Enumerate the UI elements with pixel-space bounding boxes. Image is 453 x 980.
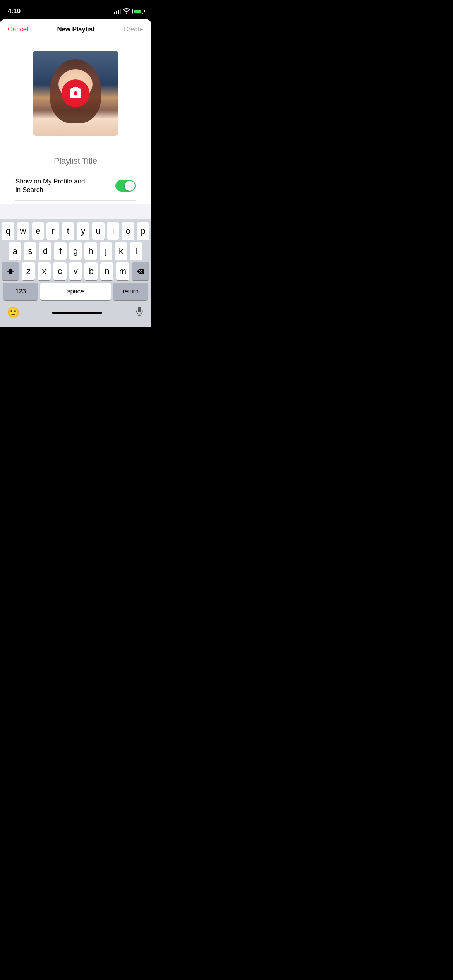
- key-u[interactable]: u: [92, 222, 105, 240]
- keyboard-row-3: z x c v b n m: [0, 262, 151, 280]
- cancel-button[interactable]: Cancel: [8, 26, 28, 33]
- status-bar: 4:10: [0, 0, 151, 19]
- key-c[interactable]: c: [53, 262, 67, 280]
- status-time: 4:10: [8, 7, 21, 15]
- page-title: New Playlist: [57, 26, 95, 33]
- key-o[interactable]: o: [122, 222, 134, 240]
- key-t[interactable]: t: [62, 222, 74, 240]
- shift-key[interactable]: [2, 262, 19, 280]
- shift-icon: [7, 267, 14, 275]
- keyboard-row-2: a s d f g h j k l: [0, 242, 151, 260]
- key-d[interactable]: d: [39, 242, 51, 260]
- key-l[interactable]: l: [130, 242, 142, 260]
- key-p[interactable]: p: [137, 222, 149, 240]
- toggle-label: Show on My Profile andin Search: [15, 177, 85, 194]
- microphone-button[interactable]: [135, 306, 144, 319]
- content-body: Show on My Profile andin Search: [8, 151, 143, 201]
- battery-icon: [132, 9, 143, 14]
- key-q[interactable]: q: [2, 222, 14, 240]
- key-y[interactable]: y: [77, 222, 89, 240]
- profile-search-toggle-row: Show on My Profile andin Search: [15, 171, 136, 201]
- title-input-wrapper[interactable]: [15, 151, 136, 171]
- signal-bars-icon: [114, 9, 121, 14]
- camera-button[interactable]: [62, 79, 89, 107]
- key-a[interactable]: a: [9, 242, 21, 260]
- navigation-bar: Cancel New Playlist Create: [0, 19, 151, 39]
- status-icons: [114, 8, 143, 15]
- key-h[interactable]: h: [84, 242, 97, 260]
- svg-rect-0: [138, 307, 141, 312]
- keyboard: q w e r t y u i o p a s d f g h j k l: [0, 219, 151, 327]
- text-cursor: [76, 156, 76, 166]
- key-r[interactable]: r: [46, 222, 59, 240]
- emoji-button[interactable]: 🙂: [7, 307, 19, 319]
- home-indicator: [52, 312, 102, 314]
- camera-icon: [69, 86, 82, 100]
- key-f[interactable]: f: [54, 242, 67, 260]
- key-w[interactable]: w: [17, 222, 29, 240]
- key-z[interactable]: z: [22, 262, 35, 280]
- content-area: Show on My Profile andin Search: [0, 39, 151, 204]
- space-key[interactable]: space: [40, 283, 111, 300]
- key-s[interactable]: s: [24, 242, 36, 260]
- return-key[interactable]: return: [113, 283, 148, 300]
- keyboard-row-1: q w e r t y u i o p: [0, 222, 151, 240]
- keyboard-row-bottom: 123 space return: [0, 283, 151, 300]
- delete-key[interactable]: [132, 262, 149, 280]
- playlist-image-wrapper[interactable]: [33, 51, 118, 136]
- numbers-key[interactable]: 123: [3, 283, 38, 300]
- key-i[interactable]: i: [107, 222, 120, 240]
- key-n[interactable]: n: [100, 262, 114, 280]
- spacer: [0, 204, 151, 219]
- toggle-knob: [125, 181, 135, 191]
- delete-icon: [136, 268, 145, 274]
- create-button[interactable]: Create: [124, 26, 143, 33]
- profile-search-toggle[interactable]: [115, 180, 136, 192]
- home-indicator-area: [52, 306, 102, 319]
- key-e[interactable]: e: [32, 222, 45, 240]
- microphone-icon: [135, 306, 144, 317]
- wifi-icon: [123, 8, 130, 15]
- keyboard-bottom-bar: 🙂: [0, 303, 151, 327]
- modal-sheet: Cancel New Playlist Create Show on My Pr…: [0, 19, 151, 327]
- key-x[interactable]: x: [38, 262, 51, 280]
- key-m[interactable]: m: [116, 262, 129, 280]
- key-k[interactable]: k: [115, 242, 127, 260]
- key-g[interactable]: g: [69, 242, 82, 260]
- key-b[interactable]: b: [84, 262, 98, 280]
- key-v[interactable]: v: [69, 262, 82, 280]
- key-j[interactable]: j: [100, 242, 112, 260]
